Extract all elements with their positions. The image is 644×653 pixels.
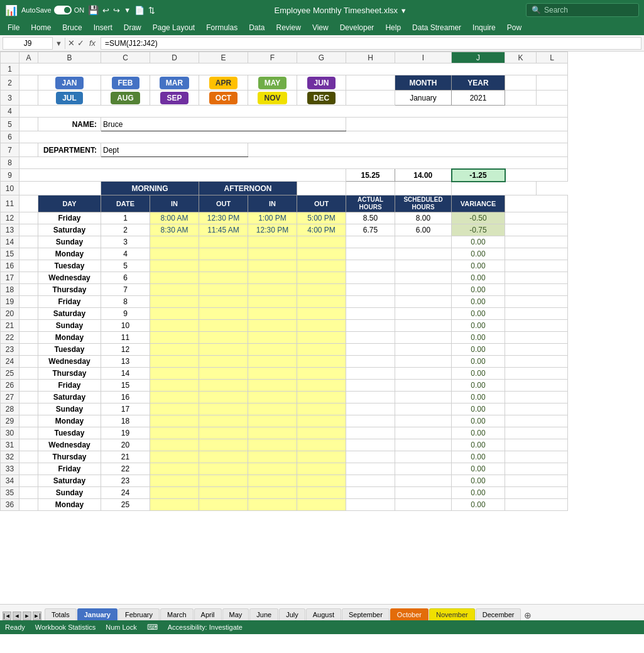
variance-cell[interactable]: -0.50: [452, 212, 505, 224]
search-input[interactable]: [544, 6, 632, 14]
sheet-tab-january[interactable]: January: [77, 608, 117, 620]
menu-help[interactable]: Help: [380, 22, 406, 33]
menu-inquire[interactable]: Inquire: [467, 22, 501, 33]
scheduled-cell[interactable]: 8.00: [395, 212, 452, 224]
dept-value[interactable]: Dept: [101, 143, 248, 157]
sheet-tab-may[interactable]: May: [222, 608, 249, 620]
redo-icon[interactable]: ↪: [113, 6, 120, 15]
cell-c3[interactable]: AUG: [101, 91, 150, 106]
grid-container[interactable]: A B C D E F G H I J K L 1: [0, 52, 644, 604]
cell-h2[interactable]: [346, 75, 395, 91]
date-cell[interactable]: 1: [101, 212, 150, 224]
col-header-a[interactable]: A: [19, 52, 38, 63]
menu-home[interactable]: Home: [26, 22, 56, 33]
col-header-c[interactable]: C: [101, 52, 150, 63]
cell-g2[interactable]: JUN: [297, 75, 346, 91]
formula-cancel-icon[interactable]: ✕: [68, 38, 75, 48]
jun-button[interactable]: JUN: [307, 77, 335, 89]
cell-f2[interactable]: MAY: [248, 75, 297, 91]
day-cell[interactable]: Friday: [38, 212, 101, 224]
actual-cell[interactable]: 8.50: [346, 212, 395, 224]
cell-h3[interactable]: [346, 91, 395, 106]
tab-scroll-left-first[interactable]: |◄: [3, 612, 11, 620]
menu-developer[interactable]: Developer: [335, 22, 379, 33]
cell-a3[interactable]: [19, 91, 38, 106]
accessibility-label[interactable]: Accessibility: Investigate: [168, 623, 243, 631]
afternoon-in-cell[interactable]: 12:30 PM: [248, 224, 297, 236]
col-header-g[interactable]: G: [297, 52, 346, 63]
cell-d2[interactable]: MAR: [150, 75, 199, 91]
col-header-i[interactable]: I: [395, 52, 452, 63]
sheet-tab-december[interactable]: December: [476, 608, 521, 620]
cell-g3[interactable]: DEC: [297, 91, 346, 106]
col-header-k[interactable]: K: [505, 52, 537, 63]
col-header-j[interactable]: J: [452, 52, 505, 63]
sort-icon[interactable]: ⇅: [148, 6, 155, 15]
undo-icon[interactable]: ↩: [102, 6, 109, 15]
col-header-d[interactable]: D: [150, 52, 199, 63]
sheet-tab-november[interactable]: November: [429, 608, 475, 620]
cell-k2[interactable]: [505, 75, 537, 91]
cell-reference-input[interactable]: [3, 37, 53, 50]
cell-f3[interactable]: NOV: [248, 91, 297, 106]
formula-bar-expand-icon[interactable]: ▼: [55, 40, 62, 47]
col-header-f[interactable]: F: [248, 52, 297, 63]
menu-view[interactable]: View: [307, 22, 334, 33]
afternoon-out-cell[interactable]: 5:00 PM: [297, 212, 346, 224]
jul-button[interactable]: JUL: [56, 92, 83, 104]
workbook-statistics[interactable]: Workbook Statistics: [35, 623, 96, 631]
sheet-tab-march[interactable]: March: [160, 608, 194, 620]
save-icon[interactable]: 💾: [88, 5, 99, 15]
feb-button[interactable]: FEB: [112, 77, 139, 89]
sheet-tab-totals[interactable]: Totals: [45, 608, 77, 620]
sheet-tab-july[interactable]: July: [279, 608, 305, 620]
morning-out-cell[interactable]: 12:30 PM: [199, 212, 248, 224]
sep-button[interactable]: SEP: [160, 92, 188, 104]
sheet-tab-april[interactable]: April: [194, 608, 222, 620]
menu-data-streamer[interactable]: Data Streamer: [407, 22, 466, 33]
morning-out-cell[interactable]: 11:45 AM: [199, 224, 248, 236]
sheet-tab-september[interactable]: September: [342, 608, 390, 620]
search-box-container[interactable]: 🔍: [526, 3, 639, 17]
variance-cell[interactable]: 0.00: [452, 236, 505, 248]
date-cell[interactable]: 2: [101, 224, 150, 236]
tab-scroll-right[interactable]: ►: [23, 612, 31, 620]
aug-button[interactable]: AUG: [111, 92, 140, 104]
total-variance[interactable]: -1.25: [452, 169, 505, 182]
day-cell[interactable]: Sunday: [38, 236, 101, 248]
cell-a2[interactable]: [19, 75, 38, 91]
formula-input[interactable]: [101, 37, 641, 50]
more-icon[interactable]: ▼: [124, 6, 131, 14]
apr-button[interactable]: APR: [209, 77, 237, 89]
menu-file[interactable]: File: [3, 22, 25, 33]
cell-d3[interactable]: SEP: [150, 91, 199, 106]
cell-i3[interactable]: January: [395, 91, 452, 106]
variance-cell[interactable]: -0.75: [452, 224, 505, 236]
menu-review[interactable]: Review: [271, 22, 306, 33]
jan-button[interactable]: JAN: [55, 77, 83, 89]
name-value[interactable]: Bruce: [101, 118, 346, 131]
sheet-tab-february[interactable]: February: [118, 608, 160, 620]
scheduled-cell[interactable]: 6.00: [395, 224, 452, 236]
morning-in-cell[interactable]: 8:00 AM: [150, 212, 199, 224]
afternoon-in-cell[interactable]: 1:00 PM: [248, 212, 297, 224]
cell-k3[interactable]: [505, 91, 537, 106]
cell-e2[interactable]: APR: [199, 75, 248, 91]
menu-insert[interactable]: Insert: [89, 22, 117, 33]
autosave-toggle[interactable]: [54, 6, 72, 14]
cell-l2[interactable]: [537, 75, 568, 91]
menu-draw[interactable]: Draw: [119, 22, 146, 33]
col-header-l[interactable]: L: [537, 52, 568, 63]
nov-button[interactable]: NOV: [258, 92, 287, 104]
oct-button[interactable]: OCT: [209, 92, 237, 104]
afternoon-out-cell[interactable]: 4:00 PM: [297, 224, 346, 236]
tab-scroll-left[interactable]: ◄: [13, 612, 21, 620]
actual-cell[interactable]: 6.75: [346, 224, 395, 236]
cell-j2[interactable]: YEAR: [452, 75, 505, 91]
cell-e3[interactable]: OCT: [199, 91, 248, 106]
day-cell[interactable]: Saturday: [38, 224, 101, 236]
cell-b3[interactable]: JUL: [38, 91, 101, 106]
tab-scroll-right-last[interactable]: ►|: [33, 612, 41, 620]
menu-data[interactable]: Data: [244, 22, 270, 33]
sheet-tab-june[interactable]: June: [249, 608, 278, 620]
